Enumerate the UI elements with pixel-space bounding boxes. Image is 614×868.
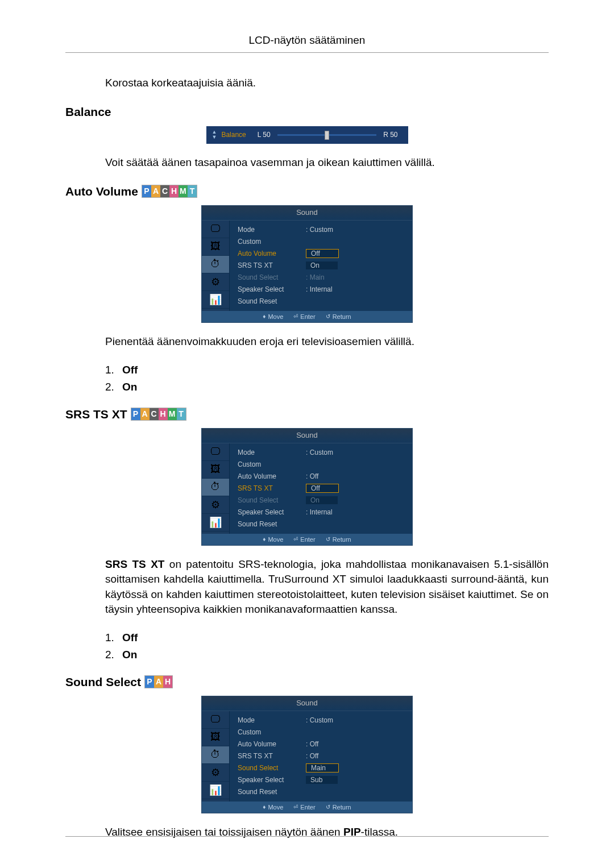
osd-row[interactable]: SRS TS XTOn xyxy=(238,260,406,272)
osd-row-key: Sound Select xyxy=(238,764,306,772)
tab-picture-icon[interactable]: 🖵 xyxy=(202,711,229,729)
osd-row-key: Auto Volume xyxy=(238,250,306,258)
osd-row-val: : Custom xyxy=(306,448,333,456)
badge-row-autovolume: P A C H M T xyxy=(142,185,197,198)
osd-row-val: Off xyxy=(306,249,339,258)
list-item: 1.Off xyxy=(105,632,549,644)
tab-setup-icon[interactable]: ⚙ xyxy=(202,764,229,782)
osd-row[interactable]: Speaker SelectSub xyxy=(238,774,406,786)
option-on: On xyxy=(122,381,137,393)
osd-row-val: Off xyxy=(306,484,339,493)
heading-srs: SRS TS XT P A C H M T xyxy=(65,408,549,421)
footer-move: ♦Move xyxy=(263,804,283,811)
opt[interactable]: On xyxy=(306,496,338,504)
osd-row-val: : Custom xyxy=(306,226,333,234)
heading-autovolume: Auto Volume P A C H M T xyxy=(65,185,549,198)
osd-autovolume-wrap: Sound 🖵 🖼 ⏱ ⚙ 📊 Mode: Custom Custom Auto… xyxy=(65,205,549,323)
tab-setup-icon[interactable]: ⚙ xyxy=(202,273,229,291)
osd-row[interactable]: Auto Volume: Off xyxy=(238,738,406,750)
osd-row-key: Mode xyxy=(238,448,306,456)
badge-p: P xyxy=(142,185,151,197)
opt-selected[interactable]: Main xyxy=(306,763,339,773)
opt[interactable]: On xyxy=(306,261,338,269)
tab-picture-icon[interactable]: 🖵 xyxy=(202,221,229,238)
tab-image-icon[interactable]: 🖼 xyxy=(202,238,229,256)
osd-soundselect: Sound 🖵 🖼 ⏱ ⚙ 📊 Mode: Custom Custom Auto… xyxy=(201,696,413,813)
balance-slider-thumb[interactable] xyxy=(325,131,329,140)
osd-row-highlight[interactable]: SRS TS XTOff xyxy=(238,483,406,495)
footer-divider xyxy=(65,836,549,837)
option-off: Off xyxy=(122,364,138,376)
tab-sound-icon[interactable]: ⏱ xyxy=(202,479,229,496)
osd-list: Mode: Custom Custom Auto Volume: Off SRS… xyxy=(230,711,412,801)
enter-icon: ⏎ xyxy=(293,804,298,810)
osd-row-val: Main xyxy=(306,763,339,773)
return-icon: ↺ xyxy=(326,804,330,810)
osd-footer: ♦Move ⏎Enter ↺Return xyxy=(202,534,412,545)
opt-selected[interactable]: Off xyxy=(306,249,339,258)
tab-image-icon[interactable]: 🖼 xyxy=(202,461,229,479)
osd-row-key: Sound Reset xyxy=(238,297,306,305)
badge-h: H xyxy=(163,676,172,688)
srs-desc: SRS TS XT on patentoitu SRS-teknologia, … xyxy=(105,557,549,617)
badge-h: H xyxy=(159,408,168,420)
balance-slider-track[interactable] xyxy=(277,134,376,136)
tab-setup-icon[interactable]: ⚙ xyxy=(202,496,229,514)
osd-row-key: SRS TS XT xyxy=(238,752,306,760)
osd-row[interactable]: Custom xyxy=(238,236,406,248)
footer-enter-label: Enter xyxy=(300,313,315,320)
badge-a: A xyxy=(151,185,160,197)
osd-row-highlight[interactable]: Sound SelectMain xyxy=(238,762,406,774)
osd-row-val: : Custom xyxy=(306,716,333,724)
osd-row[interactable]: Mode: Custom xyxy=(238,447,406,459)
badge-t: T xyxy=(177,408,186,420)
osd-row-key: Sound Reset xyxy=(238,520,306,528)
osd-row[interactable]: Sound Reset xyxy=(238,296,406,308)
badge-m: M xyxy=(179,185,188,197)
badge-a: A xyxy=(140,408,150,420)
option-off: Off xyxy=(122,632,138,643)
tab-image-icon[interactable]: 🖼 xyxy=(202,729,229,746)
osd-row-key: Custom xyxy=(238,460,306,468)
osd-row[interactable]: Custom xyxy=(238,459,406,471)
tab-picture-icon[interactable]: 🖵 xyxy=(202,443,229,461)
tab-multi-icon[interactable]: 📊 xyxy=(202,782,229,799)
heading-balance-label: Balance xyxy=(65,105,111,119)
osd-row[interactable]: Mode: Custom xyxy=(238,224,406,236)
osd-row-key: Speaker Select xyxy=(238,285,306,293)
osd-footer: ♦Move ⏎Enter ↺Return xyxy=(202,311,412,322)
updown-icon: ♦ xyxy=(263,804,265,810)
footer-move: ♦Move xyxy=(263,313,283,320)
tab-sound-icon[interactable]: ⏱ xyxy=(202,746,229,764)
opt[interactable]: Sub xyxy=(306,776,338,784)
list-item: 2.On xyxy=(105,649,549,661)
heading-soundselect: Sound Select P A H xyxy=(65,675,549,689)
footer-move: ♦Move xyxy=(263,536,283,543)
osd-row[interactable]: SRS TS XT: Off xyxy=(238,750,406,762)
osd-row-highlight[interactable]: Auto VolumeOff xyxy=(238,248,406,260)
tab-multi-icon[interactable]: 📊 xyxy=(202,514,229,531)
tab-sound-icon[interactable]: ⏱ xyxy=(202,256,229,273)
osd-row-val: : Off xyxy=(306,740,318,748)
tab-multi-icon[interactable]: 📊 xyxy=(202,291,229,309)
osd-row[interactable]: Sound Reset xyxy=(238,786,406,798)
osd-list: Mode: Custom Custom Auto Volume: Off SRS… xyxy=(230,443,412,534)
osd-row: Sound Select: Main xyxy=(238,272,406,284)
list-item: 1.Off xyxy=(105,364,549,376)
osd-row-key: Speaker Select xyxy=(238,508,306,516)
opt-selected[interactable]: Off xyxy=(306,484,339,493)
osd-row[interactable]: Sound Reset xyxy=(238,518,406,530)
osd-tabs: 🖵 🖼 ⏱ ⚙ 📊 xyxy=(202,443,230,534)
heading-balance: Balance xyxy=(65,105,549,119)
osd-row-key: SRS TS XT xyxy=(238,484,306,492)
osd-row[interactable]: Auto Volume: Off xyxy=(238,471,406,483)
osd-row[interactable]: Speaker Select: Internal xyxy=(238,506,406,518)
osd-soundselect-wrap: Sound 🖵 🖼 ⏱ ⚙ 📊 Mode: Custom Custom Auto… xyxy=(65,696,549,813)
osd-tabs: 🖵 🖼 ⏱ ⚙ 📊 xyxy=(202,711,230,801)
osd-row[interactable]: Speaker Select: Internal xyxy=(238,284,406,296)
badge-t: T xyxy=(188,185,197,197)
footer-return-label: Return xyxy=(333,536,351,543)
osd-row[interactable]: Mode: Custom xyxy=(238,715,406,726)
return-icon: ↺ xyxy=(326,313,330,319)
osd-row[interactable]: Custom xyxy=(238,726,406,738)
